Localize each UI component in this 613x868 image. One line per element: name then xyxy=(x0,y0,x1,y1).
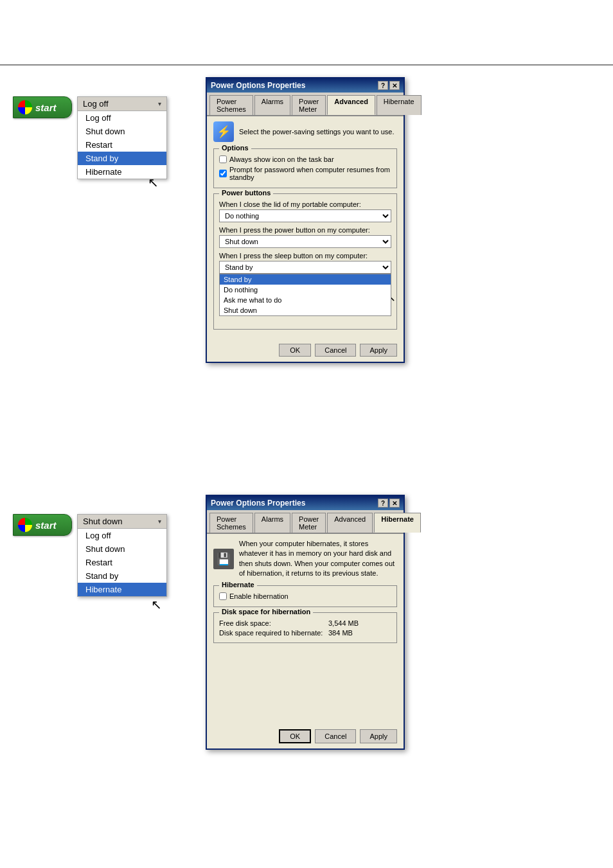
close-button-upper[interactable]: ✕ xyxy=(389,81,400,90)
dialog-icon-text: Select the power-saving settings you wan… xyxy=(239,128,395,136)
power-options-dialog-upper: Power Options Properties ? ✕ Power Schem… xyxy=(206,77,405,363)
start-button[interactable]: start xyxy=(13,96,72,118)
disk-free-value: 3,544 MB xyxy=(328,619,359,627)
lower-menu-item-shutdown[interactable]: Shut down xyxy=(78,542,166,556)
start-menu-lower: Shut down ▾ Log off Shut down Restart St… xyxy=(77,514,167,597)
hibernate-legend: Hibernate xyxy=(219,581,257,589)
lower-left-col: start Shut down ▾ Log off Shut down Rest… xyxy=(0,488,199,630)
menu-item-shutdown[interactable]: Shut down xyxy=(78,125,166,138)
hibernate-icon: 💾 xyxy=(213,549,234,569)
power-icon: ⚡ xyxy=(213,121,234,142)
enable-hibernate-label: Enable hibernation xyxy=(229,592,289,600)
close-button-lower[interactable]: ✕ xyxy=(389,499,400,508)
dropdown-askme[interactable]: Ask me what to do xyxy=(220,295,391,305)
cancel-button-lower[interactable]: Cancel xyxy=(315,729,356,743)
menu-header-upper: Log off ▾ xyxy=(78,97,166,111)
start-menu-box: Log off ▾ Log off Shut down Restart Stan… xyxy=(77,96,167,179)
upper-section: start Log off ▾ Log off Shut down Restar… xyxy=(0,71,613,369)
start-logo-lower xyxy=(17,517,33,533)
dialog-title-lower: Power Options Properties xyxy=(211,499,305,508)
power-options-dialog-lower: Power Options Properties ? ✕ Power Schem… xyxy=(206,495,405,750)
start-button-lower[interactable]: start xyxy=(13,514,72,536)
disk-space-content: Free disk space: 3,544 MB Disk space req… xyxy=(219,619,391,637)
start-logo xyxy=(17,100,33,115)
lid-field: When I close the lid of my portable comp… xyxy=(219,200,391,222)
lower-section: start Shut down ▾ Log off Shut down Rest… xyxy=(0,488,613,630)
lower-tab-hibernate[interactable]: Hibernate xyxy=(374,513,421,533)
upper-left-col: start Log off ▾ Log off Shut down Restar… xyxy=(0,71,199,369)
menu-chevron: ▾ xyxy=(158,100,161,107)
start-label-lower: start xyxy=(35,520,57,531)
hibernate-content: Enable hibernation xyxy=(219,592,391,600)
enable-hibernate-checkbox[interactable] xyxy=(219,592,227,600)
tab-power-schemes[interactable]: Power Schemes xyxy=(209,95,253,115)
sleep-btn-field: When I press the sleep button on my comp… xyxy=(219,252,391,274)
tab-hibernate[interactable]: Hibernate xyxy=(377,95,422,115)
dropdown-shutdown[interactable]: Shut down xyxy=(220,305,391,315)
apply-button-lower[interactable]: Apply xyxy=(360,729,397,743)
dialog-icon-row: ⚡ Select the power-saving settings you w… xyxy=(213,121,397,142)
dropdown-donothing[interactable]: Do nothing xyxy=(220,285,391,295)
top-divider xyxy=(0,64,613,66)
lower-menu-item-hibernate[interactable]: Hibernate xyxy=(78,583,166,596)
help-button-upper[interactable]: ? xyxy=(378,81,388,90)
power-buttons-legend: Power buttons xyxy=(219,189,273,197)
options-legend: Options xyxy=(219,144,251,152)
help-button-lower[interactable]: ? xyxy=(378,499,388,508)
lower-menu-item-standby[interactable]: Stand by xyxy=(78,569,166,583)
dialog-buttons-lower: OK Cancel Apply xyxy=(207,725,404,748)
lower-menu-item-logoff[interactable]: Log off xyxy=(78,529,166,542)
power-btn-field: When I press the power button on my comp… xyxy=(219,226,391,248)
dialog-titlebar-upper: Power Options Properties ? ✕ xyxy=(207,78,404,93)
dropdown-standby[interactable]: Stand by xyxy=(220,274,391,285)
options-section: Options Always show icon on the task bar… xyxy=(213,148,397,188)
lid-select[interactable]: Do nothing xyxy=(219,209,391,222)
titlebar-buttons-lower: ? ✕ xyxy=(378,499,400,508)
hibernate-section: Hibernate Enable hibernation xyxy=(213,585,397,607)
always-show-label: Always show icon on the task bar xyxy=(229,155,334,163)
dialog-tabs-upper: Power Schemes Alarms Power Meter Advance… xyxy=(207,93,404,116)
disk-space-legend: Disk space for hibernation xyxy=(219,608,313,616)
options-content: Always show icon on the task bar Prompt … xyxy=(219,155,391,181)
ok-button-upper[interactable]: OK xyxy=(279,344,311,357)
apply-button-upper[interactable]: Apply xyxy=(360,344,397,357)
dialog-titlebar-lower: Power Options Properties ? ✕ xyxy=(207,496,404,510)
foo-label: Foo xyxy=(350,523,363,532)
menu-header-lower: Shut down ▾ xyxy=(78,515,166,529)
dialog-tabs-lower: Power Schemes Alarms Power Meter Advance… xyxy=(207,510,404,534)
disk-row-free: Free disk space: 3,544 MB xyxy=(219,619,391,627)
menu-header-label: Log off xyxy=(83,99,109,109)
always-show-checkbox[interactable] xyxy=(219,155,227,163)
tab-alarms[interactable]: Alarms xyxy=(254,95,290,115)
menu-item-restart[interactable]: Restart xyxy=(78,138,166,152)
lower-menu-item-restart[interactable]: Restart xyxy=(78,556,166,569)
dialog-buttons-upper: OK Cancel Apply xyxy=(207,340,404,362)
enable-hibernate-row: Enable hibernation xyxy=(219,592,391,600)
menu-item-hibernate[interactable]: Hibernate xyxy=(78,165,166,179)
start-menu-upper: Log off ▾ Log off Shut down Restart Stan… xyxy=(77,96,167,179)
lower-tab-power-schemes[interactable]: Power Schemes xyxy=(209,513,253,533)
power-btn-select[interactable]: Shut down xyxy=(219,235,391,248)
menu-item-logoff[interactable]: Log off xyxy=(78,111,166,125)
dialog-title-upper: Power Options Properties xyxy=(211,81,305,90)
disk-row-required: Disk space required to hibernate: 384 MB xyxy=(219,629,391,637)
prompt-password-label: Prompt for password when computer resume… xyxy=(229,166,391,181)
sleep-btn-select[interactable]: Stand by xyxy=(219,261,391,274)
power-btn-label: When I press the power button on my comp… xyxy=(219,226,391,234)
tab-power-meter[interactable]: Power Meter xyxy=(292,95,326,115)
lid-label: When I close the lid of my portable comp… xyxy=(219,200,391,208)
menu-item-standby[interactable]: Stand by xyxy=(78,152,166,165)
lower-tab-alarms[interactable]: Alarms xyxy=(254,513,290,533)
sleep-dropdown-open: Stand by Do nothing Ask me what to do Sh… xyxy=(219,274,391,316)
lower-tab-power-meter[interactable]: Power Meter xyxy=(292,513,326,533)
disk-space-section: Disk space for hibernation Free disk spa… xyxy=(213,612,397,643)
start-label: start xyxy=(35,102,57,113)
tab-advanced[interactable]: Advanced xyxy=(327,95,375,115)
menu-chevron-lower: ▾ xyxy=(158,518,161,525)
ok-button-lower[interactable]: OK xyxy=(279,729,311,743)
upper-right-col: Power Options Properties ? ✕ Power Schem… xyxy=(199,71,613,369)
prompt-password-checkbox[interactable] xyxy=(219,170,227,177)
dialog-body-upper: ⚡ Select the power-saving settings you w… xyxy=(207,116,404,340)
disk-free-label: Free disk space: xyxy=(219,619,328,627)
cancel-button-upper[interactable]: Cancel xyxy=(315,344,356,357)
